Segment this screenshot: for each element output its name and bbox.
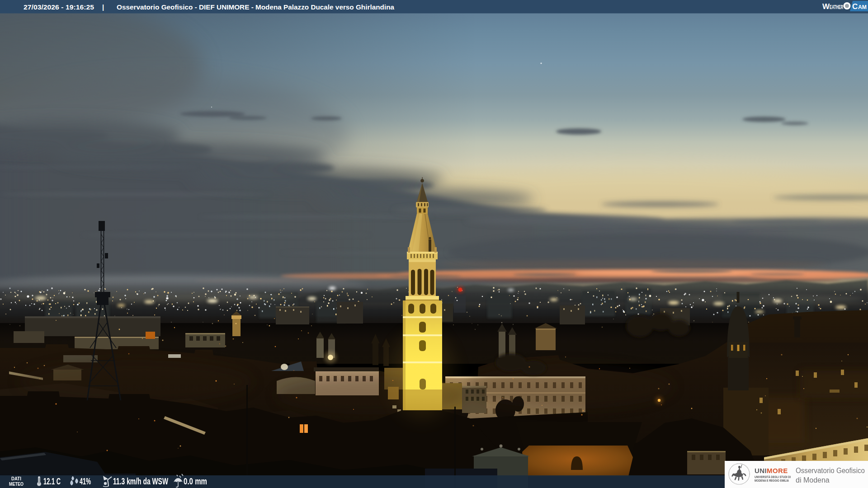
svg-text:11.3 km/h da WSW: 11.3 km/h da WSW	[113, 476, 168, 486]
svg-text:12.1 C: 12.1 C	[43, 476, 61, 486]
svg-text:27/03/2026 - 19:16:25: 27/03/2026 - 19:16:25	[24, 3, 94, 11]
svg-text:METEO: METEO	[9, 482, 24, 487]
svg-text:W: W	[822, 2, 830, 11]
svg-text:di Modena: di Modena	[796, 476, 830, 484]
svg-text:EATHER: EATHER	[830, 4, 843, 10]
svg-text:MODENA E REGGIO EMILIA: MODENA E REGGIO EMILIA	[755, 479, 789, 482]
svg-text:Osservatorio Geofisico: Osservatorio Geofisico	[796, 467, 865, 474]
svg-text:|: |	[102, 3, 104, 11]
svg-text:UNIVERSITÀ DEGLI STUDI DI: UNIVERSITÀ DEGLI STUDI DI	[755, 475, 791, 479]
svg-text:AM: AM	[858, 4, 867, 10]
svg-text:UNIMORE: UNIMORE	[755, 467, 788, 474]
svg-text:Osservatorio Geofisico - DIEF: Osservatorio Geofisico - DIEF UNIMORE - …	[117, 3, 395, 11]
svg-text:0.0 mm: 0.0 mm	[184, 476, 207, 486]
svg-text:DATI: DATI	[11, 476, 21, 481]
svg-text:41%: 41%	[80, 476, 91, 486]
svg-text:C: C	[852, 2, 858, 11]
